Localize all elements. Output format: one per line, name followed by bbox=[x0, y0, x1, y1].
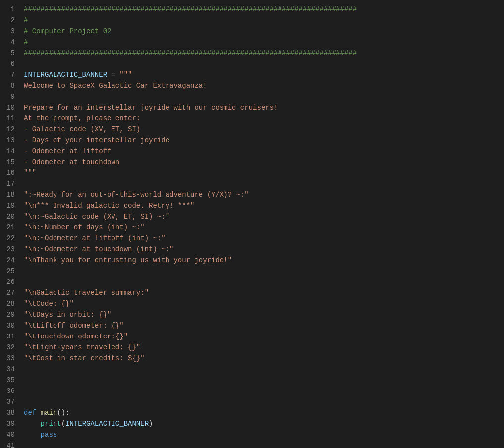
line-number: 6 bbox=[0, 58, 21, 69]
line-number: 37 bbox=[0, 396, 21, 407]
line-number: 34 bbox=[0, 364, 21, 375]
line-number: 20 bbox=[0, 211, 21, 222]
line-content: ":~Ready for an out-of-this-world advent… bbox=[21, 189, 504, 200]
line-content: # bbox=[21, 37, 504, 48]
line-content: "\n*** Invalid galactic code. Retry! ***… bbox=[21, 200, 504, 211]
code-line: 10Prepare for an interstellar joyride wi… bbox=[0, 102, 504, 113]
line-number: 10 bbox=[0, 102, 21, 113]
code-line: 32"\tLight-years traveled: {}" bbox=[0, 342, 504, 353]
line-content: "\tCost in star credits: ${}" bbox=[21, 353, 504, 364]
code-line: 9 bbox=[0, 91, 504, 102]
line-content: """ bbox=[21, 168, 504, 178]
line-content: "\n:~Odometer at touchdown (int) ~:" bbox=[21, 244, 504, 255]
line-number: 8 bbox=[0, 80, 21, 91]
code-line: 28"\tCode: {}" bbox=[0, 298, 504, 309]
code-line: 2# bbox=[0, 15, 504, 26]
code-line: 29"\tDays in orbit: {}" bbox=[0, 309, 504, 320]
line-number: 38 bbox=[0, 407, 21, 418]
code-line: 38def main(): bbox=[0, 407, 504, 418]
line-number: 24 bbox=[0, 255, 21, 266]
line-content: At the prompt, please enter: bbox=[21, 113, 504, 124]
line-number: 3 bbox=[0, 26, 21, 37]
code-line: 14- Odometer at liftoff bbox=[0, 146, 504, 157]
line-number: 19 bbox=[0, 200, 21, 211]
code-line: 31"\tTouchdown odometer:{}" bbox=[0, 331, 504, 342]
line-number: 9 bbox=[0, 91, 21, 102]
line-content: def main(): bbox=[21, 407, 504, 418]
line-number: 12 bbox=[0, 124, 21, 135]
code-line: 3# Computer Project 02 bbox=[0, 26, 504, 37]
code-line: 39 print(INTERGALACTIC_BANNER) bbox=[0, 418, 504, 429]
code-line: 11At the prompt, please enter: bbox=[0, 113, 504, 124]
line-number: 11 bbox=[0, 113, 21, 124]
code-line: 33"\tCost in star credits: ${}" bbox=[0, 353, 504, 364]
line-number: 16 bbox=[0, 168, 21, 178]
line-number: 27 bbox=[0, 287, 21, 298]
code-line: 13- Days of your interstellar joyride bbox=[0, 135, 504, 146]
code-line: 18":~Ready for an out-of-this-world adve… bbox=[0, 189, 504, 200]
code-line: 22"\n:~Odometer at liftoff (int) ~:" bbox=[0, 233, 504, 244]
line-content: - Odometer at liftoff bbox=[21, 146, 504, 157]
line-number: 32 bbox=[0, 342, 21, 353]
line-content: "\tLight-years traveled: {}" bbox=[21, 342, 504, 353]
code-line: 40 pass bbox=[0, 429, 504, 440]
code-line: 35 bbox=[0, 375, 504, 386]
line-content: INTERGALACTIC_BANNER = """ bbox=[21, 69, 504, 80]
line-number: 2 bbox=[0, 15, 21, 26]
line-number: 13 bbox=[0, 135, 21, 146]
code-line: 23"\n:~Odometer at touchdown (int) ~:" bbox=[0, 244, 504, 255]
line-number: 25 bbox=[0, 266, 21, 277]
line-content: "\nThank you for entrusting us with your… bbox=[21, 255, 504, 266]
line-content: - Galactic code (XV, ET, SI) bbox=[21, 124, 504, 135]
line-content: ########################################… bbox=[21, 48, 504, 58]
code-editor: 1#######################################… bbox=[0, 0, 504, 448]
code-line: 26 bbox=[0, 277, 504, 287]
line-content: "\nGalactic traveler summary:" bbox=[21, 287, 504, 298]
line-content: "\n:~Odometer at liftoff (int) ~:" bbox=[21, 233, 504, 244]
line-number: 41 bbox=[0, 440, 21, 448]
line-content: - Days of your interstellar joyride bbox=[21, 135, 504, 146]
line-number: 35 bbox=[0, 375, 21, 386]
code-line: 5#######################################… bbox=[0, 48, 504, 58]
line-content: print(INTERGALACTIC_BANNER) bbox=[21, 418, 504, 429]
code-line: 15- Odometer at touchdown bbox=[0, 157, 504, 168]
line-content: "\tCode: {}" bbox=[21, 298, 504, 309]
line-content: # bbox=[21, 15, 504, 26]
code-line: 34 bbox=[0, 364, 504, 375]
line-number: 15 bbox=[0, 157, 21, 168]
line-number: 17 bbox=[0, 178, 21, 189]
code-line: 24"\nThank you for entrusting us with yo… bbox=[0, 255, 504, 266]
line-content: "\tLiftoff odometer: {}" bbox=[21, 320, 504, 331]
code-line: 8Welcome to SpaceX Galactic Car Extravag… bbox=[0, 80, 504, 91]
line-content: Prepare for an interstellar joyride with… bbox=[21, 102, 504, 113]
line-number: 18 bbox=[0, 189, 21, 200]
line-number: 29 bbox=[0, 309, 21, 320]
code-line: 1#######################################… bbox=[0, 4, 504, 15]
code-line: 19"\n*** Invalid galactic code. Retry! *… bbox=[0, 200, 504, 211]
line-content: pass bbox=[21, 429, 504, 440]
line-content: Welcome to SpaceX Galactic Car Extravaga… bbox=[21, 80, 504, 91]
line-number: 7 bbox=[0, 69, 21, 80]
line-number: 30 bbox=[0, 320, 21, 331]
line-content: # Computer Project 02 bbox=[21, 26, 504, 37]
line-content: "\tTouchdown odometer:{}" bbox=[21, 331, 504, 342]
line-content: "\n:~Galactic code (XV, ET, SI) ~:" bbox=[21, 211, 504, 222]
code-line: 17 bbox=[0, 178, 504, 189]
line-content: - Odometer at touchdown bbox=[21, 157, 504, 168]
line-number: 31 bbox=[0, 331, 21, 342]
line-number: 28 bbox=[0, 298, 21, 309]
line-number: 26 bbox=[0, 277, 21, 287]
line-number: 1 bbox=[0, 4, 21, 15]
line-number: 4 bbox=[0, 37, 21, 48]
code-line: 4# bbox=[0, 37, 504, 48]
code-line: 12- Galactic code (XV, ET, SI) bbox=[0, 124, 504, 135]
line-number: 36 bbox=[0, 386, 21, 396]
code-line: 6 bbox=[0, 58, 504, 69]
line-content: "\n:~Number of days (int) ~:" bbox=[21, 222, 504, 233]
line-number: 14 bbox=[0, 146, 21, 157]
code-line: 30"\tLiftoff odometer: {}" bbox=[0, 320, 504, 331]
line-number: 39 bbox=[0, 418, 21, 429]
line-number: 5 bbox=[0, 48, 21, 58]
code-line: 37 bbox=[0, 396, 504, 407]
line-number: 33 bbox=[0, 353, 21, 364]
